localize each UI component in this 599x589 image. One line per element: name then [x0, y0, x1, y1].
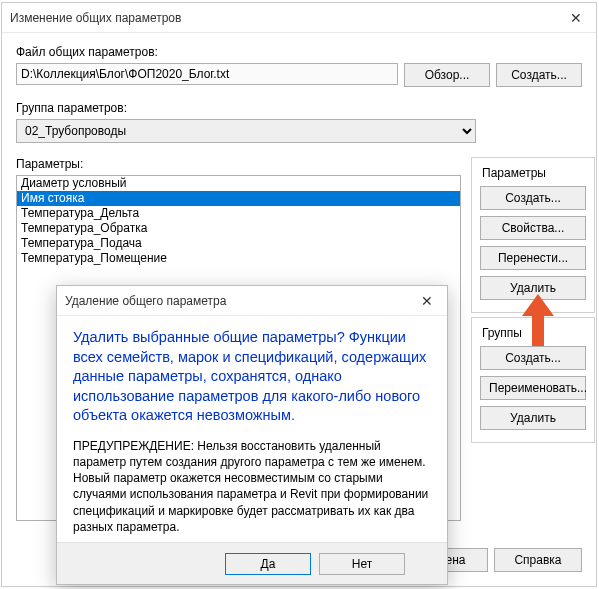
dialog-footer: Да Нет — [57, 542, 447, 584]
group-select[interactable]: 02_Трубопроводы — [16, 119, 476, 143]
file-path-input[interactable] — [16, 63, 398, 85]
dialog-question: Удалить выбранные общие параметры? Функц… — [73, 328, 431, 426]
browse-button[interactable]: Обзор... — [404, 63, 490, 87]
window-title: Изменение общих параметров — [2, 11, 556, 25]
group-new-button[interactable]: Создать... — [480, 346, 586, 370]
dialog-titlebar: Удаление общего параметра ✕ — [57, 286, 447, 316]
list-item[interactable]: Температура_Обратка — [17, 221, 460, 236]
help-button[interactable]: Справка — [494, 548, 582, 572]
param-delete-button[interactable]: Удалить — [480, 276, 586, 300]
params-label: Параметры: — [16, 157, 461, 171]
param-new-button[interactable]: Создать... — [480, 186, 586, 210]
list-item[interactable]: Температура_Подача — [17, 236, 460, 251]
group-delete-button[interactable]: Удалить — [480, 406, 586, 430]
right-panel: Параметры Создать... Свойства... Перенес… — [471, 157, 595, 521]
dialog-warning: ПРЕДУПРЕЖДЕНИЕ: Нельзя восстановить удал… — [73, 438, 431, 535]
yes-button[interactable]: Да — [225, 553, 311, 575]
list-item[interactable]: Имя стояка — [17, 191, 460, 206]
list-item[interactable]: Температура_Дельта — [17, 206, 460, 221]
dialog-title: Удаление общего параметра — [57, 294, 407, 308]
list-item[interactable]: Диаметр условный — [17, 176, 460, 191]
group-label: Группа параметров: — [16, 101, 582, 115]
param-move-button[interactable]: Перенести... — [480, 246, 586, 270]
create-button[interactable]: Создать... — [496, 63, 582, 87]
params-legend: Параметры — [480, 166, 548, 180]
file-label: Файл общих параметров: — [16, 45, 582, 59]
params-fieldset: Параметры Создать... Свойства... Перенес… — [471, 157, 595, 313]
groups-legend: Группы — [480, 326, 524, 340]
main-titlebar: Изменение общих параметров ✕ — [2, 3, 596, 33]
dialog-body: Удалить выбранные общие параметры? Функц… — [57, 316, 447, 542]
confirm-dialog: Удаление общего параметра ✕ Удалить выбр… — [56, 285, 448, 585]
file-row: Обзор... Создать... — [16, 63, 582, 87]
dialog-close-icon[interactable]: ✕ — [407, 286, 447, 315]
group-rename-button[interactable]: Переименовать... — [480, 376, 586, 400]
close-icon[interactable]: ✕ — [556, 3, 596, 32]
param-props-button[interactable]: Свойства... — [480, 216, 586, 240]
no-button[interactable]: Нет — [319, 553, 405, 575]
groups-fieldset: Группы Создать... Переименовать... Удали… — [471, 317, 595, 443]
list-item[interactable]: Температура_Помещение — [17, 251, 460, 266]
